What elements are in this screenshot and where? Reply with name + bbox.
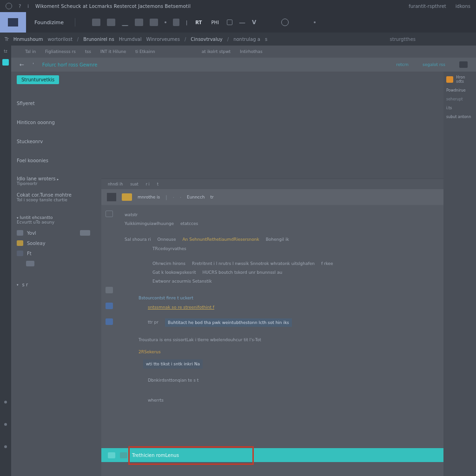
side-row[interactable] <box>17 261 90 266</box>
ed-label: tr <box>210 195 213 199</box>
tool-icon-3[interactable] <box>122 19 128 26</box>
tool-icon-6[interactable] <box>173 19 179 26</box>
status-bar[interactable]: Trethicien romLenus <box>101 448 443 462</box>
main-toolbar: Foundizime | RT PHI — V <box>0 12 476 33</box>
tool-icon-4[interactable] <box>135 19 143 26</box>
back-arrow-icon[interactable]: ← <box>20 61 24 68</box>
app-name: Foundizime <box>26 20 72 26</box>
editor-content[interactable]: watstr Yuikkiminguiawlhuungeetatcces Sal… <box>117 205 443 476</box>
side-row[interactable]: Sooleay <box>17 240 90 246</box>
square-icon <box>17 230 23 236</box>
title-bar: ? i Wikoment Scheuck at Locmarks Resterc… <box>0 0 476 12</box>
side-row[interactable]: ▾s r <box>17 282 90 287</box>
side-row[interactable]: Ft <box>17 251 90 256</box>
crumb-7[interactable]: Cinsovtrvaluy <box>191 37 222 42</box>
folder-icon[interactable] <box>122 193 132 201</box>
title-link-2[interactable]: idkons <box>456 4 470 9</box>
rp-item[interactable]: Powdnirue <box>446 88 473 93</box>
sub-primary[interactable]: Folurc horf ross Gewnre <box>42 62 98 67</box>
gutter-icon[interactable] <box>106 303 113 309</box>
sep-icon: · <box>180 195 181 200</box>
status-chip-icon <box>120 452 127 458</box>
chevron-right-icon: / <box>185 37 186 42</box>
ptab-5[interactable]: ti Etkainn <box>135 49 155 54</box>
vee-icon[interactable]: V <box>252 19 256 26</box>
status-label: Trethicien romLenus <box>132 453 179 458</box>
rail-dot-icon[interactable] <box>4 423 7 426</box>
sub-link-1[interactable]: retcrn <box>396 62 409 67</box>
breadcrumb: Tr Hnmushoum wortorilost / Brunonirel ns… <box>0 33 476 46</box>
ptab-1[interactable]: Tal in <box>25 49 36 54</box>
dot-icon-2 <box>314 21 316 23</box>
ptab-3[interactable]: tss <box>85 49 91 54</box>
tool-icon-5[interactable] <box>150 19 158 26</box>
ptab-6[interactable]: at ikolrt stpwt <box>202 49 231 54</box>
rail-label: tz <box>4 49 7 53</box>
minus-icon[interactable]: — <box>239 19 245 26</box>
gutter-icon[interactable] <box>106 287 113 293</box>
square-icon <box>17 251 23 256</box>
sub-badge-icon[interactable] <box>459 61 468 68</box>
tool-phi[interactable]: PHI <box>210 20 220 25</box>
ed-tab[interactable]: suat <box>130 182 138 186</box>
ptab-7[interactable]: Intirhothas <box>240 49 263 54</box>
tool-icon-2[interactable] <box>107 19 115 26</box>
crumb-8[interactable]: nontrulag a <box>233 37 260 42</box>
side-item[interactable]: Stuckeonrv <box>17 138 90 145</box>
side-item[interactable]: Foel kooonies <box>17 157 90 164</box>
globe-icon[interactable] <box>281 19 289 26</box>
crumb-1[interactable]: Tr <box>5 37 9 42</box>
crumb-9[interactable]: s <box>265 37 267 42</box>
side-nav: Strunturvetkis Sflyeret Hinticon ooonng … <box>11 72 95 476</box>
rail-dot-icon[interactable] <box>4 401 7 403</box>
crumb-3[interactable]: wortorilost <box>47 37 72 42</box>
crumb-6[interactable]: Winrorveumes <box>146 37 180 42</box>
crumb-4[interactable]: Brunonirel ns <box>83 37 114 42</box>
gutter-icon[interactable] <box>106 211 113 217</box>
side-item[interactable]: Idlo lane wroters ▸ Tiporeortr <box>17 175 90 187</box>
rp-item[interactable]: subut antonn <box>446 115 473 119</box>
crumb-last[interactable]: strurgtthes <box>390 37 416 42</box>
tool-rt[interactable]: RT <box>194 20 203 25</box>
ed-tab[interactable]: t <box>157 182 159 186</box>
side-item[interactable]: Sflyeret <box>17 100 90 107</box>
rail-active-icon[interactable] <box>2 59 9 66</box>
square-icon <box>26 261 34 266</box>
side-row[interactable]: Yovl <box>17 230 90 236</box>
rail-dot-icon[interactable] <box>4 445 7 448</box>
page-tabs: Tal in Figliatinesss rs tss INT it Hilun… <box>11 46 476 58</box>
side-item[interactable]: Cokat cor.Tunse mohtre Tol i scooy tansl… <box>17 192 90 203</box>
help-icon[interactable] <box>6 3 12 9</box>
tool-icon-7[interactable] <box>227 20 232 25</box>
crumb-2[interactable]: Hnmushoum <box>13 37 43 42</box>
ed-tab[interactable]: nhndi ih <box>108 182 123 186</box>
editor-toolbar: mnrothe is | · · Eunncch tr <box>101 189 443 205</box>
ed-label: mnrothe is <box>138 195 160 199</box>
selected-text[interactable]: wti tto tikst i sntk inkri Na <box>143 359 203 369</box>
sep-icon: · <box>173 195 174 200</box>
editor-panel: nhndi ih suat r i t mnrothe is | · · Eun… <box>101 178 443 476</box>
right-panel: Hron sdts Powdnirue seherupt i.ts subut … <box>443 72 476 476</box>
rp-item[interactable]: i.ts <box>446 106 473 110</box>
ed-label[interactable]: Eunncch <box>187 195 205 199</box>
side-chip-active[interactable]: Strunturvetkis <box>17 75 59 84</box>
left-rail: tz <box>0 46 11 476</box>
app-logo[interactable] <box>0 12 26 33</box>
side-item[interactable]: Hinticon ooonng <box>17 119 90 126</box>
panel-icon[interactable] <box>446 76 453 83</box>
sep-icon: | <box>165 195 167 200</box>
chevron-right-icon: / <box>77 37 79 42</box>
ed-tab[interactable]: r i <box>146 182 150 186</box>
tool-icon-1[interactable] <box>92 19 100 26</box>
sub-link-2[interactable]: segalot rss <box>423 62 445 67</box>
separator-icon <box>75 18 75 26</box>
title-link-1[interactable]: furantit-rspthret <box>409 4 446 9</box>
ptab-2[interactable]: Figliatinesss rs <box>45 49 76 54</box>
rp-item[interactable]: seherupt <box>446 97 473 101</box>
gutter-icon[interactable] <box>106 318 113 325</box>
side-item[interactable]: ▾ Iuntit ehcsantto Ecvurtt uTo aeuny <box>17 214 90 225</box>
ptab-4[interactable]: INT it Hilune <box>100 49 126 54</box>
crumb-5[interactable]: Hrumdval <box>119 37 142 42</box>
info-icon: i <box>27 4 29 9</box>
ed-badge-icon[interactable] <box>107 193 116 201</box>
